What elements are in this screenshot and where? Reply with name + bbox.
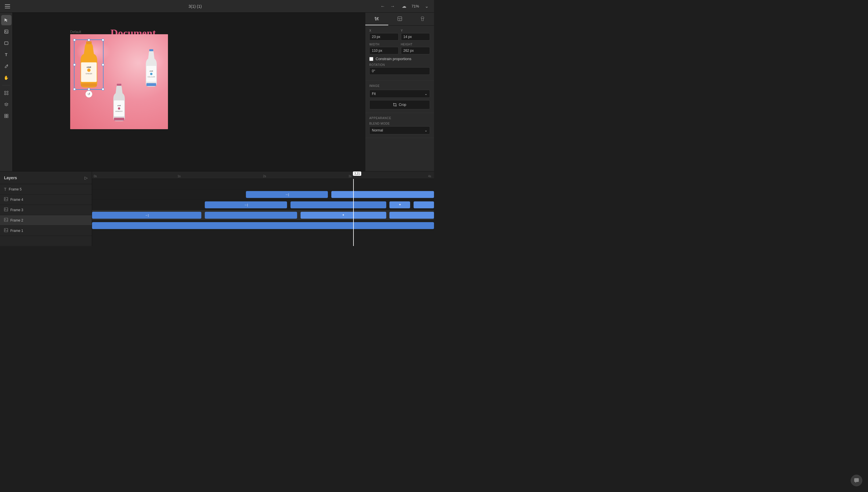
menu-button[interactable] bbox=[3, 2, 11, 10]
image-tool-button[interactable] bbox=[1, 26, 11, 37]
rotation-input[interactable] bbox=[369, 67, 430, 75]
clip-frame1-1[interactable] bbox=[92, 222, 434, 229]
position-row: X Y bbox=[369, 29, 430, 41]
frame5-icon: T bbox=[4, 187, 7, 192]
svg-rect-28 bbox=[114, 118, 124, 121]
constrain-row: Constrain proportions bbox=[369, 57, 430, 61]
ruler-mark-1s: 1s bbox=[177, 175, 181, 178]
layer-frame4[interactable]: Frame 4 bbox=[0, 195, 92, 205]
height-label: Height bbox=[401, 43, 430, 46]
properties-tab[interactable] bbox=[365, 13, 388, 25]
layer-frame5[interactable]: T Frame 5 bbox=[0, 184, 92, 195]
crop-label: Crop bbox=[399, 103, 406, 107]
document-title: 3(1) (1) bbox=[189, 4, 202, 9]
crop-icon bbox=[393, 103, 397, 107]
layer-frame1[interactable]: Frame 1 bbox=[0, 226, 92, 236]
svg-point-42 bbox=[5, 208, 5, 209]
frame1-icon bbox=[4, 228, 8, 233]
width-input[interactable] bbox=[369, 47, 399, 54]
clip-frame2-2[interactable] bbox=[205, 212, 297, 219]
pen-tool-button[interactable] bbox=[1, 61, 11, 71]
timeline-track-frame5[interactable] bbox=[92, 179, 434, 189]
components-button[interactable] bbox=[1, 88, 11, 98]
image-section: IMAGE Fit ⌄ Crop bbox=[365, 81, 434, 113]
canvas-area[interactable]: Default Document bbox=[12, 13, 365, 171]
svg-rect-15 bbox=[86, 42, 92, 44]
hand-tool-button[interactable]: ✋ bbox=[1, 73, 11, 83]
svg-point-5 bbox=[4, 94, 6, 95]
undo-button[interactable]: ← bbox=[379, 2, 387, 10]
layer-frame2[interactable]: Frame 2 bbox=[0, 215, 92, 226]
layout-tab[interactable] bbox=[388, 13, 411, 25]
layers-title: Layers bbox=[4, 175, 17, 180]
ruler-mark-4s: 4s bbox=[428, 175, 431, 178]
blend-chevron-icon: ⌄ bbox=[425, 128, 427, 132]
x-field: X bbox=[369, 29, 399, 41]
chevron-down-button[interactable]: ⌄ bbox=[423, 2, 431, 10]
topbar-left bbox=[3, 2, 11, 10]
constrain-checkbox[interactable] bbox=[369, 57, 373, 61]
bottle-2[interactable]: chill CELLULAR bbox=[144, 49, 159, 89]
clip-frame3-4[interactable] bbox=[414, 201, 434, 208]
bottle-1[interactable]: chill GINGER bbox=[75, 40, 103, 89]
timeline-ruler: 0s 1s 2s 3s 4s 3,21 bbox=[92, 171, 434, 179]
topbar-right: ← → ☁ 71% ⌄ bbox=[379, 2, 431, 10]
clip-frame4-2[interactable] bbox=[331, 191, 434, 198]
svg-point-1 bbox=[5, 31, 6, 32]
blend-mode-dropdown[interactable]: Normal ⌄ bbox=[369, 126, 430, 134]
svg-rect-39 bbox=[4, 197, 8, 201]
svg-rect-2 bbox=[5, 42, 8, 45]
artboard[interactable]: chill GINGER ↺ chill CELLULA bbox=[70, 34, 168, 129]
svg-point-13 bbox=[87, 69, 91, 72]
plugins-tab[interactable] bbox=[411, 13, 434, 25]
panel-tabs bbox=[365, 13, 434, 26]
clip-frame3-3[interactable]: ✦ bbox=[389, 201, 410, 208]
clip-frame2-3[interactable]: ✦ bbox=[301, 212, 386, 219]
timeline-track-frame1[interactable] bbox=[92, 220, 434, 231]
width-field: Width bbox=[369, 43, 399, 54]
svg-point-29 bbox=[375, 17, 376, 18]
x-input[interactable] bbox=[369, 33, 399, 41]
height-field: Height bbox=[401, 43, 430, 54]
fit-value: Fit bbox=[372, 92, 376, 96]
text-tool-button[interactable]: T bbox=[1, 49, 11, 60]
clip-frame4-1[interactable]: →| bbox=[246, 191, 328, 198]
timeline-tracks[interactable]: →| →| ✦ →| ✦ bbox=[92, 179, 434, 246]
svg-rect-22 bbox=[146, 83, 156, 86]
crop-button[interactable]: Crop bbox=[369, 100, 430, 109]
fit-chevron-icon: ⌄ bbox=[425, 92, 427, 96]
layers-header: Layers ▷ bbox=[0, 171, 92, 184]
cloud-save-button[interactable]: ☁ bbox=[400, 2, 408, 10]
layers-panel: Layers ▷ T Frame 5 Frame 4 Frame 3 Frame… bbox=[0, 171, 92, 246]
play-button[interactable]: ▷ bbox=[84, 175, 88, 180]
appearance-section-title: APPEARANCE bbox=[369, 117, 430, 120]
hamburger-icon bbox=[5, 4, 10, 8]
layer-frame3[interactable]: Frame 3 bbox=[0, 205, 92, 215]
timeline-track-frame3[interactable]: →| ✦ bbox=[92, 200, 434, 210]
rotate-handle[interactable]: ↺ bbox=[85, 91, 92, 98]
svg-text:GINGER: GINGER bbox=[86, 73, 92, 75]
y-input[interactable] bbox=[401, 33, 430, 41]
clip-frame2-4[interactable] bbox=[389, 212, 434, 219]
svg-rect-45 bbox=[4, 228, 8, 232]
grid-tool-button[interactable] bbox=[1, 111, 11, 121]
blend-mode-value: Normal bbox=[372, 128, 383, 132]
clip-frame2-1[interactable]: →| bbox=[92, 212, 201, 219]
shape-tool-button[interactable] bbox=[1, 38, 11, 48]
clip-frame3-2[interactable] bbox=[290, 201, 386, 208]
redo-button[interactable]: → bbox=[388, 2, 397, 10]
frame3-name: Frame 3 bbox=[10, 208, 23, 212]
height-input[interactable] bbox=[401, 47, 430, 54]
svg-point-44 bbox=[5, 219, 5, 220]
rotation-row: Rotation bbox=[369, 63, 430, 75]
fit-dropdown[interactable]: Fit ⌄ bbox=[369, 90, 430, 98]
timeline-track-frame2[interactable]: →| ✦ bbox=[92, 210, 434, 220]
layers-tool-button[interactable] bbox=[1, 99, 11, 109]
select-tool-button[interactable] bbox=[1, 15, 11, 25]
svg-point-33 bbox=[375, 19, 377, 20]
svg-text:chill: chill bbox=[117, 105, 121, 106]
clip-frame3-1[interactable]: →| bbox=[205, 201, 287, 208]
timeline-track-frame4[interactable]: →| bbox=[92, 189, 434, 200]
svg-rect-21 bbox=[149, 49, 153, 51]
bottle-3[interactable]: chill MANBERRY bbox=[110, 83, 128, 123]
